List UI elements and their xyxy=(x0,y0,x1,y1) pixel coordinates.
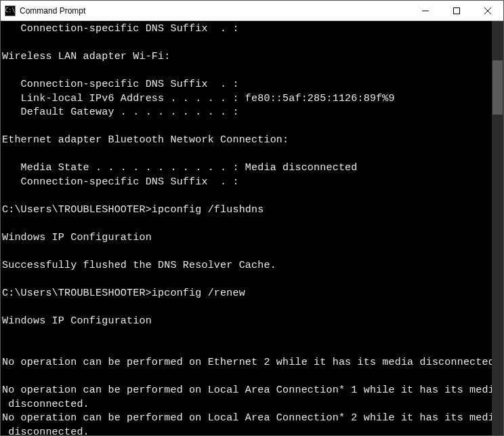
terminal-line xyxy=(2,342,492,357)
terminal-line xyxy=(2,370,492,384)
maximize-icon xyxy=(453,7,460,14)
cmd-icon: C:\ xyxy=(5,5,16,16)
close-icon xyxy=(484,7,491,14)
terminal-line xyxy=(2,64,492,79)
command-prompt-window: C:\ Command Prompt Connection-specific D… xyxy=(0,0,504,436)
terminal-output[interactable]: Connection-specific DNS Suffix . : Wirel… xyxy=(1,21,492,435)
terminal-line: Windows IP Configuration xyxy=(2,315,492,329)
terminal-line xyxy=(2,148,492,162)
minimize-button[interactable] xyxy=(410,1,441,20)
scrollbar-thumb[interactable] xyxy=(492,60,503,115)
content-area: Connection-specific DNS Suffix . : Wirel… xyxy=(1,21,503,435)
terminal-line: Media State . . . . . . . . . . . : Medi… xyxy=(2,161,492,176)
terminal-line: C:\Users\TROUBLESHOOTER>ipconfig /renew xyxy=(2,287,492,301)
titlebar[interactable]: C:\ Command Prompt xyxy=(1,1,503,21)
terminal-line: Wireless LAN adapter Wi-Fi: xyxy=(2,50,492,64)
window-controls xyxy=(410,1,503,20)
svg-rect-1 xyxy=(454,7,460,14)
terminal-line xyxy=(2,189,492,203)
terminal-line: Successfully flushed the DNS Resolver Ca… xyxy=(2,259,492,273)
terminal-line: Connection-specific DNS Suffix . : xyxy=(2,22,492,37)
terminal-line xyxy=(2,245,492,259)
vertical-scrollbar[interactable] xyxy=(492,21,503,435)
terminal-line: Connection-specific DNS Suffix . : xyxy=(2,78,492,92)
terminal-line xyxy=(2,328,492,342)
terminal-line: Windows IP Configuration xyxy=(2,231,492,245)
terminal-line: C:\Users\TROUBLESHOOTER>ipconfig /flushd… xyxy=(2,203,492,218)
terminal-line xyxy=(2,300,492,315)
window-title: Command Prompt xyxy=(20,6,410,16)
terminal-line: disconnected. xyxy=(2,426,492,436)
terminal-line xyxy=(2,120,492,134)
minimize-icon xyxy=(422,7,429,14)
terminal-line xyxy=(2,37,492,51)
maximize-button[interactable] xyxy=(441,1,472,20)
terminal-line: Connection-specific DNS Suffix . : xyxy=(2,176,492,190)
terminal-line: Link-local IPv6 Address . . . . . : fe80… xyxy=(2,92,492,106)
terminal-line: disconnected. xyxy=(2,398,492,412)
terminal-line: No operation can be performed on Etherne… xyxy=(2,356,492,370)
terminal-line: No operation can be performed on Local A… xyxy=(2,384,492,398)
close-button[interactable] xyxy=(472,1,503,20)
terminal-line xyxy=(2,273,492,287)
terminal-line: Default Gateway . . . . . . . . . : xyxy=(2,106,492,120)
terminal-line: Ethernet adapter Bluetooth Network Conne… xyxy=(2,134,492,148)
terminal-line xyxy=(2,217,492,231)
terminal-line: No operation can be performed on Local A… xyxy=(2,412,492,426)
